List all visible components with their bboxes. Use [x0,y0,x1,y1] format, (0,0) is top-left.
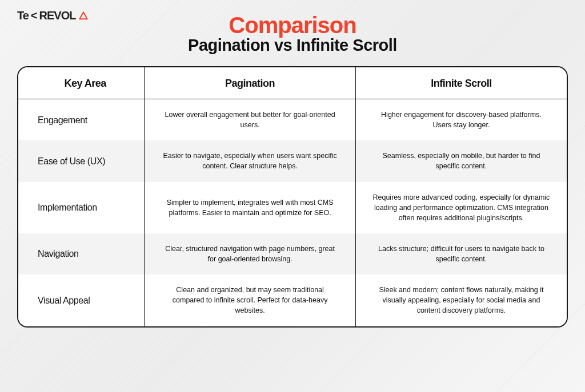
row-key: Engagement [18,99,145,141]
row-pagination: Clear, structured navigation with page n… [145,233,356,274]
row-infinite: Requires more advanced coding, especiall… [355,182,567,233]
table-row: Implementation Simpler to implement, int… [18,182,567,233]
brand-logo: Te<REVOL [17,9,88,22]
title: Comparison [17,13,568,38]
col-header-infinite: Infinite Scroll [355,67,567,99]
table-row: Engagement Lower overall engagement but … [18,99,567,141]
row-infinite: Sleek and modern; content flows naturall… [355,274,567,326]
row-infinite: Higher engagement for discovery-based pl… [355,99,567,141]
row-key: Visual Appeal [18,274,145,326]
svg-marker-0 [80,12,87,19]
row-key: Navigation [18,233,145,274]
row-infinite: Lacks structure; difficult for users to … [355,233,567,274]
row-pagination: Easier to navigate, especially when user… [145,140,356,181]
table-header-row: Key Area Pagination Infinite Scroll [18,67,567,99]
row-pagination: Lower overall engagement but better for … [145,99,356,141]
row-key: Implementation [18,182,145,233]
logo-text-mid: < [31,9,37,22]
row-pagination: Simpler to implement, integrates well wi… [145,182,356,233]
table-row: Ease of Use (UX) Easier to navigate, esp… [18,140,567,181]
logo-text-left: Te [17,9,29,22]
comparison-table: Key Area Pagination Infinite Scroll Enga… [17,66,568,328]
logo-triangle-icon [79,11,88,21]
row-infinite: Seamless, especially on mobile, but hard… [355,140,567,181]
page-heading: Comparison Pagination vs Infinite Scroll [17,13,568,55]
subtitle: Pagination vs Infinite Scroll [17,36,568,55]
table-row: Navigation Clear, structured navigation … [18,233,567,274]
col-header-pagination: Pagination [145,67,356,99]
row-pagination: Clean and organized, but may seem tradit… [145,274,356,326]
logo-text-right: REVOL [39,9,76,22]
col-header-key: Key Area [18,67,145,99]
table-row: Visual Appeal Clean and organized, but m… [18,274,567,326]
row-key: Ease of Use (UX) [18,140,145,181]
